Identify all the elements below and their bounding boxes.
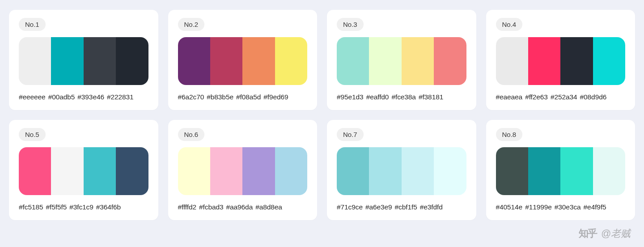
hex-code[interactable]: #a6e3e9 (365, 203, 392, 211)
color-swatch[interactable] (337, 37, 369, 85)
color-swatch[interactable] (116, 37, 148, 85)
palette-card[interactable]: No.8 #40514e #11999e #30e3ca #e4f9f5 (486, 120, 636, 220)
hex-row: #eeeeee #00adb5 #393e46 #222831 (19, 93, 148, 101)
color-swatch[interactable] (560, 147, 593, 195)
hex-code[interactable]: #fc5185 (19, 203, 43, 211)
palette-card[interactable]: No.2 #6a2c70 #b83b5e #f08a5d #f9ed69 (168, 10, 318, 110)
color-swatch[interactable] (51, 37, 83, 85)
hex-row: #ffffd2 #fcbad3 #aa96da #a8d8ea (178, 203, 308, 211)
hex-code[interactable]: #95e1d3 (337, 93, 364, 101)
hex-code[interactable]: #eaffd0 (366, 93, 389, 101)
color-swatch[interactable] (496, 147, 528, 195)
palette-badge: No.1 (19, 18, 46, 31)
hex-code[interactable]: #252a34 (551, 93, 577, 101)
hex-code[interactable]: #222831 (107, 93, 134, 101)
swatch-row (496, 147, 626, 195)
palette-card[interactable]: No.3 #95e1d3 #eaffd0 #fce38a #f38181 (327, 10, 476, 110)
hex-code[interactable]: #f38181 (419, 93, 443, 101)
color-swatch[interactable] (593, 37, 625, 85)
color-swatch[interactable] (178, 147, 210, 195)
hex-code[interactable]: #aa96da (226, 203, 253, 211)
color-swatch[interactable] (275, 147, 307, 195)
palette-badge: No.2 (178, 18, 205, 31)
palette-badge: No.5 (19, 128, 46, 141)
palette-grid: No.1 #eeeeee #00adb5 #393e46 #222831 No.… (9, 10, 635, 220)
hex-code[interactable]: #fce38a (391, 93, 415, 101)
palette-badge: No.8 (496, 128, 523, 141)
color-swatch[interactable] (210, 37, 242, 85)
hex-code[interactable]: #b83b5e (207, 93, 233, 101)
watermark-author: @老贼 (601, 227, 631, 230)
color-swatch[interactable] (402, 147, 434, 195)
color-swatch[interactable] (528, 147, 560, 195)
color-swatch[interactable] (19, 147, 51, 195)
hex-code[interactable]: #71c9ce (337, 203, 363, 211)
hex-code[interactable]: #40514e (496, 203, 523, 211)
color-swatch[interactable] (434, 37, 466, 85)
color-swatch[interactable] (369, 147, 401, 195)
color-swatch[interactable] (210, 147, 242, 195)
swatch-row (178, 147, 308, 195)
palette-card[interactable]: No.1 #eeeeee #00adb5 #393e46 #222831 (9, 10, 158, 110)
watermark: 知乎 @老贼 (579, 227, 631, 230)
hex-code[interactable]: #3fc1c9 (69, 203, 93, 211)
color-swatch[interactable] (369, 37, 401, 85)
hex-row: #eaeaea #ff2e63 #252a34 #08d9d6 (496, 93, 626, 101)
hex-code[interactable]: #6a2c70 (178, 93, 204, 101)
zhihu-logo-icon: 知乎 (579, 227, 597, 230)
hex-code[interactable]: #f9ed69 (263, 93, 288, 101)
hex-code[interactable]: #f5f5f5 (46, 203, 67, 211)
swatch-row (19, 37, 148, 85)
color-swatch[interactable] (496, 37, 528, 85)
palette-badge: No.6 (178, 128, 205, 141)
hex-code[interactable]: #fcbad3 (199, 203, 223, 211)
hex-row: #6a2c70 #b83b5e #f08a5d #f9ed69 (178, 93, 308, 101)
color-swatch[interactable] (560, 37, 593, 85)
swatch-row (19, 147, 148, 195)
color-swatch[interactable] (84, 147, 116, 195)
hex-code[interactable]: #08d9d6 (580, 93, 607, 101)
hex-code[interactable]: #ff2e63 (525, 93, 548, 101)
swatch-row (337, 37, 466, 85)
palette-badge: No.4 (496, 18, 523, 31)
palette-card[interactable]: No.5 #fc5185 #f5f5f5 #3fc1c9 #364f6b (9, 120, 158, 220)
hex-code[interactable]: #00adb5 (48, 93, 75, 101)
hex-code[interactable]: #f08a5d (236, 93, 261, 101)
color-swatch[interactable] (242, 147, 275, 195)
color-swatch[interactable] (84, 37, 116, 85)
swatch-row (337, 147, 466, 195)
color-swatch[interactable] (402, 37, 434, 85)
color-swatch[interactable] (593, 147, 625, 195)
color-swatch[interactable] (434, 147, 466, 195)
hex-row: #71c9ce #a6e3e9 #cbf1f5 #e3fdfd (337, 203, 466, 211)
palette-badge: No.3 (337, 18, 364, 31)
color-swatch[interactable] (116, 147, 148, 195)
palette-card[interactable]: No.7 #71c9ce #a6e3e9 #cbf1f5 #e3fdfd (327, 120, 476, 220)
hex-code[interactable]: #ffffd2 (178, 203, 197, 211)
hex-row: #95e1d3 #eaffd0 #fce38a #f38181 (337, 93, 466, 101)
palette-card[interactable]: No.6 #ffffd2 #fcbad3 #aa96da #a8d8ea (168, 120, 318, 220)
hex-code[interactable]: #a8d8ea (255, 203, 282, 211)
hex-code[interactable]: #393e46 (77, 93, 104, 101)
hex-code[interactable]: #30e3ca (555, 203, 581, 211)
color-swatch[interactable] (337, 147, 369, 195)
color-swatch[interactable] (528, 37, 560, 85)
palette-badge: No.7 (337, 128, 364, 141)
color-swatch[interactable] (178, 37, 210, 85)
hex-code[interactable]: #364f6b (96, 203, 121, 211)
hex-code[interactable]: #e4f9f5 (584, 203, 606, 211)
hex-code[interactable]: #11999e (525, 203, 552, 211)
swatch-row (496, 37, 626, 85)
swatch-row (178, 37, 308, 85)
color-swatch[interactable] (19, 37, 51, 85)
hex-row: #40514e #11999e #30e3ca #e4f9f5 (496, 203, 626, 211)
hex-row: #fc5185 #f5f5f5 #3fc1c9 #364f6b (19, 203, 148, 211)
palette-card[interactable]: No.4 #eaeaea #ff2e63 #252a34 #08d9d6 (486, 10, 636, 110)
hex-code[interactable]: #e3fdfd (420, 203, 443, 211)
hex-code[interactable]: #eeeeee (19, 93, 46, 101)
hex-code[interactable]: #cbf1f5 (395, 203, 417, 211)
color-swatch[interactable] (51, 147, 83, 195)
color-swatch[interactable] (242, 37, 275, 85)
color-swatch[interactable] (275, 37, 307, 85)
hex-code[interactable]: #eaeaea (496, 93, 523, 101)
